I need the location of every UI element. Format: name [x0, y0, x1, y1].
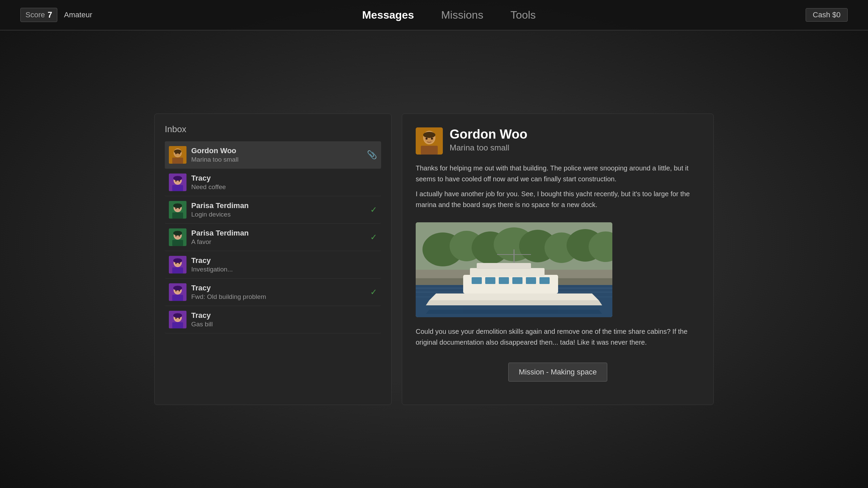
score-box: Score 7 — [20, 8, 57, 22]
svg-rect-77 — [512, 277, 522, 284]
parisa-login-subject: Login devices — [191, 211, 367, 218]
yacht-image — [416, 222, 612, 317]
parisa-login-content: Parisa Terdiman Login devices — [191, 201, 367, 218]
svg-point-18 — [173, 203, 182, 208]
svg-point-47 — [175, 318, 177, 319]
tracy-gas-subject: Gas bill — [191, 321, 377, 328]
tracy-investigation-subject: Investigation... — [191, 266, 377, 273]
svg-rect-10 — [172, 185, 183, 191]
inbox-item-tracy-building[interactable]: Tracy Fwd: Old building problem ✓ — [165, 279, 381, 306]
tracy-building-subject: Fwd: Old building problem — [191, 293, 367, 301]
avatar-tracy-gas — [169, 311, 186, 328]
svg-rect-52 — [421, 146, 438, 155]
svg-point-46 — [173, 313, 182, 318]
nav-tools[interactable]: Tools — [510, 9, 536, 21]
detail-body-bottom: Could you use your demolition skills aga… — [416, 326, 700, 348]
svg-point-34 — [179, 263, 180, 264]
svg-point-53 — [423, 132, 435, 138]
inbox-panel: Inbox Gordon Woo Mar — [154, 114, 392, 405]
svg-point-26 — [175, 235, 177, 237]
avatar-tracy-building — [169, 283, 186, 301]
svg-rect-31 — [172, 267, 183, 273]
svg-rect-24 — [172, 240, 183, 246]
gordon-woo-subject: Marina too small — [191, 156, 363, 163]
inbox-item-tracy-coffee[interactable]: Tracy Need coffee — [165, 169, 381, 196]
svg-rect-17 — [172, 212, 183, 219]
svg-rect-3 — [172, 158, 183, 164]
svg-point-6 — [179, 153, 180, 154]
svg-point-54 — [426, 138, 428, 140]
svg-point-11 — [173, 176, 182, 181]
svg-point-48 — [179, 318, 180, 319]
detail-avatar — [416, 127, 443, 155]
svg-point-5 — [175, 153, 177, 154]
inbox-item-tracy-investigation[interactable]: Tracy Investigation... — [165, 251, 381, 279]
detail-panel: Gordon Woo Marina too small Thanks for h… — [402, 114, 714, 405]
svg-point-4 — [174, 149, 181, 154]
score-value: 7 — [47, 10, 52, 20]
paperclip-icon: 📎 — [367, 150, 377, 160]
parisa-favor-subject: A favor — [191, 238, 367, 246]
svg-rect-76 — [499, 277, 509, 284]
rank-label: Amateur — [64, 11, 92, 19]
avatar-tracy-coffee — [169, 174, 186, 191]
inbox-list: Gordon Woo Marina too small 📎 — [165, 141, 381, 333]
svg-point-39 — [173, 286, 182, 290]
detail-subject: Marina too small — [450, 143, 527, 152]
detail-sender-name: Gordon Woo — [450, 127, 527, 142]
gordon-woo-content: Gordon Woo Marina too small — [191, 146, 363, 163]
topbar-nav: Messages Missions Tools — [362, 9, 536, 21]
gordon-woo-name: Gordon Woo — [191, 146, 363, 155]
svg-point-55 — [431, 138, 433, 140]
nav-messages[interactable]: Messages — [362, 9, 414, 21]
avatar-gordon-woo — [169, 146, 186, 164]
svg-point-13 — [179, 180, 180, 182]
topbar: Score 7 Amateur Messages Missions Tools … — [0, 0, 868, 30]
check-icon-parisa-login: ✓ — [370, 205, 377, 215]
tracy-gas-name: Tracy — [191, 311, 377, 320]
tracy-coffee-name: Tracy — [191, 174, 377, 183]
svg-point-12 — [175, 180, 177, 182]
svg-point-40 — [175, 290, 177, 291]
svg-rect-72 — [470, 268, 545, 277]
nav-missions[interactable]: Missions — [441, 9, 483, 21]
tracy-coffee-content: Tracy Need coffee — [191, 174, 377, 191]
detail-content: Thanks for helping me out with that buil… — [416, 163, 700, 391]
svg-point-41 — [179, 290, 180, 291]
tracy-building-content: Tracy Fwd: Old building problem — [191, 284, 367, 301]
inbox-item-tracy-gas[interactable]: Tracy Gas bill — [165, 306, 381, 333]
tracy-investigation-name: Tracy — [191, 256, 377, 265]
parisa-favor-name: Parisa Terdiman — [191, 229, 367, 238]
svg-point-32 — [173, 258, 182, 263]
inbox-item-parisa-favor[interactable]: Parisa Terdiman A favor ✓ — [165, 224, 381, 251]
svg-point-27 — [179, 235, 180, 237]
svg-rect-74 — [472, 277, 482, 284]
svg-rect-79 — [539, 277, 550, 284]
parisa-login-name: Parisa Terdiman — [191, 201, 367, 210]
avatar-tracy-investigation — [169, 256, 186, 273]
svg-rect-73 — [477, 263, 531, 269]
svg-rect-75 — [485, 277, 495, 284]
check-icon-tracy-building: ✓ — [370, 287, 377, 297]
cash-display: Cash $0 — [806, 8, 848, 22]
inbox-title: Inbox — [165, 124, 381, 135]
tracy-gas-content: Tracy Gas bill — [191, 311, 377, 328]
svg-point-19 — [175, 208, 177, 209]
avatar-parisa-login — [169, 201, 186, 219]
svg-rect-78 — [526, 277, 536, 284]
svg-rect-45 — [172, 322, 183, 328]
svg-point-25 — [173, 231, 182, 236]
tracy-building-name: Tracy — [191, 284, 367, 292]
check-icon-parisa-favor: ✓ — [370, 232, 377, 242]
topbar-left: Score 7 Amateur — [20, 8, 92, 22]
mission-button[interactable]: Mission - Making space — [508, 363, 607, 382]
inbox-item-parisa-login[interactable]: Parisa Terdiman Login devices ✓ — [165, 196, 381, 224]
main-content: Inbox Gordon Woo Mar — [0, 30, 868, 488]
tracy-coffee-subject: Need coffee — [191, 183, 377, 191]
inbox-item-gordon-woo[interactable]: Gordon Woo Marina too small 📎 — [165, 141, 381, 169]
svg-rect-38 — [172, 295, 183, 301]
score-label: Score — [25, 11, 45, 19]
detail-body: Thanks for helping me out with that buil… — [416, 163, 700, 210]
svg-point-33 — [175, 263, 177, 264]
detail-sender-info: Gordon Woo Marina too small — [450, 127, 527, 152]
